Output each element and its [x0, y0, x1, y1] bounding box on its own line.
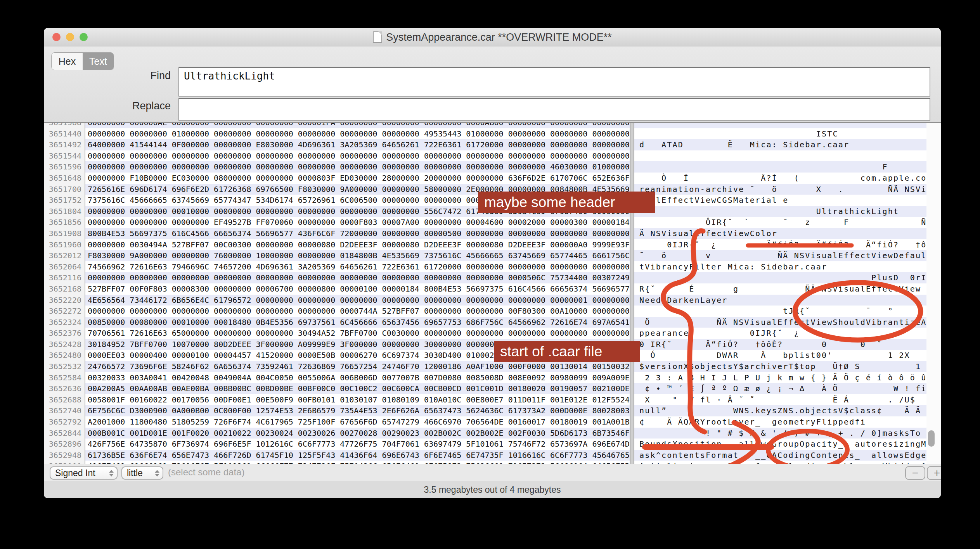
- text-row[interactable]: F: [634, 161, 926, 173]
- address-cell[interactable]: 3651856: [44, 217, 85, 228]
- hex-row[interactable]: 527BFF07 00F0F803 00008300 00000000 0000…: [85, 283, 630, 295]
- text-row[interactable]: ! " # $ # & ' ( ) # + , + . / 0]masksTo: [634, 428, 926, 439]
- text-row[interactable]: NeedsDarkenLayer: [634, 295, 926, 306]
- text-row[interactable]: R{ˇ ¯ É g ÑÄ NSVisualEffectView: [634, 283, 926, 295]
- text-row[interactable]: ppearance 0IJR{ˇ ¿: [634, 328, 926, 339]
- hex-row[interactable]: 426F756E 64735870 6F736974 696F6E5F 1012…: [85, 439, 630, 450]
- address-cell[interactable]: 3651388: [44, 123, 85, 128]
- decrease-font-button[interactable]: −: [905, 466, 925, 480]
- text-row[interactable]: ¢ • ™ ´ Æ ∫ ª º Ω æ ø ¿ ¡ ¬ ∆ À Õ W ! fi: [634, 383, 926, 394]
- text-row[interactable]: BoundsXposition_ allowsGroupOpacity_ aut…: [634, 439, 926, 450]
- hex-row[interactable]: 00320033 003A0041 00420048 0049004A 004C…: [85, 372, 630, 383]
- hex-pane[interactable]: 00000000 000000AE 00000000 00000000 0000…: [85, 123, 630, 464]
- text-row[interactable]: 2 3 : A B H I J L P U j k m w { } Ä Ö ç …: [634, 372, 926, 383]
- text-row[interactable]: ISTC: [634, 128, 926, 140]
- scrollbar-track[interactable]: [926, 123, 941, 464]
- text-row[interactable]: Ö ÑÄ NSVisualEffectViewShouldVibrantizeA: [634, 317, 926, 328]
- hex-row[interactable]: 6E756C6C D3000900 0A000B00 0C000F00 1257…: [85, 405, 630, 416]
- address-cell[interactable]: 3652168: [44, 283, 85, 295]
- hex-row[interactable]: 00000000 F10B0000 EC030000 08000000 0000…: [85, 173, 630, 184]
- address-cell[interactable]: 3652376: [44, 328, 85, 339]
- text-row[interactable]: ÔIR{ˇ ` ¯ z F Ñ: [634, 217, 926, 228]
- address-cell[interactable]: 3652896: [44, 439, 85, 450]
- hex-row[interactable]: 70706561 72616E63 65000000 00000000 0000…: [85, 328, 630, 339]
- hex-row[interactable]: 00850000 00080000 00010000 00018480 0B4E…: [85, 317, 630, 328]
- address-cell[interactable]: 3652740: [44, 405, 85, 416]
- hex-row[interactable]: 00000000 0030494A 527BFF07 00C00300 0000…: [85, 239, 630, 250]
- text-row[interactable]: Antialiasing_ allowsGroupBlendingXsublay…: [634, 461, 926, 464]
- hex-row[interactable]: 000B001C 001D001E 001F0020 00210022 0023…: [85, 428, 630, 439]
- text-row[interactable]: Ä NSVisualEffectViewColor: [634, 228, 926, 239]
- endianness-popup[interactable]: little: [121, 466, 163, 480]
- text-row[interactable]: reanimation-archive ¯ ö X . ÑÄ NSVi: [634, 184, 926, 195]
- hex-row[interactable]: 00000000 00000000 01000000 00000000 0000…: [85, 128, 630, 140]
- text-pane[interactable]: ISTC d ATAD Ë Mica: Sidebar.caar F Ò Ï Ä…: [634, 123, 926, 464]
- hex-row[interactable]: 00000000 00000000 00000000 00000000 0000…: [85, 150, 630, 162]
- address-cell[interactable]: 3651648: [44, 173, 85, 184]
- text-row[interactable]: null” WNS.keysZNS.objectsV$class¢ Ä Ä: [634, 405, 926, 416]
- hex-row[interactable]: 00000000 00000000 00000000 EF49527B FF07…: [85, 217, 630, 228]
- hex-row[interactable]: 64000000 41544144 0F000000 00000000 E803…: [85, 139, 630, 150]
- address-cell[interactable]: 3652480: [44, 350, 85, 361]
- hex-row[interactable]: 800B4E53 56697375 616C4566 66656374 5669…: [85, 228, 630, 239]
- text-row[interactable]: Ò Ï Ä?Ì ( com.apple.co: [634, 173, 926, 184]
- hex-row[interactable]: 00000000 000000AE 00000000 00000000 0000…: [85, 123, 630, 128]
- tab-hex[interactable]: Hex: [52, 53, 83, 70]
- address-cell[interactable]: 3652844: [44, 428, 85, 439]
- text-row[interactable]: ¢ Ä ÄQÄRYrootLayer_ geometryFlippedfi: [634, 416, 926, 428]
- address-cell[interactable]: 3652064: [44, 261, 85, 273]
- address-cell[interactable]: 3651960: [44, 239, 85, 250]
- text-row[interactable]: $versionX$objectsY$archiverT$top Ü†Ø S 1: [634, 361, 926, 372]
- text-row[interactable]: 0 IR{ˇ Ä“fiÓ? †ôôÈ? 0 0 ˇ: [634, 339, 926, 350]
- hex-row[interactable]: 4E656564 73446172 6B656E4C 61796572 0000…: [85, 295, 630, 306]
- text-row[interactable]: 0IJR{ˇ ¿ Ä“fiÓ? Ä“fiÓ? Ä“fiÓ? †ôôÈ?: [634, 239, 926, 250]
- address-cell[interactable]: 3652688: [44, 394, 85, 406]
- address-cell[interactable]: 3652220: [44, 295, 85, 306]
- hex-row[interactable]: 24766572 73696F6E 58246F62 6A656374 7359…: [85, 361, 630, 372]
- text-row[interactable]: ask^contentsFormat_ __CACodingContents_ …: [634, 450, 926, 461]
- hex-row[interactable]: F8030000 9A000000 00000000 76000000 1000…: [85, 250, 630, 261]
- address-cell[interactable]: 3652584: [44, 372, 85, 383]
- address-cell[interactable]: 3652116: [44, 272, 85, 283]
- pane-divider[interactable]: [630, 123, 634, 464]
- address-cell[interactable]: 3652948: [44, 450, 85, 461]
- hex-row[interactable]: 00A200A5 00AA00AB 00AE00BA 00BB00BC 00BD…: [85, 383, 630, 394]
- address-cell[interactable]: 3651752: [44, 195, 85, 206]
- text-row[interactable]: [634, 150, 926, 162]
- text-row[interactable]: UltrathickLight: [634, 206, 926, 217]
- text-row[interactable]: sualEffectViewCGSMaterial e: [634, 195, 926, 206]
- text-row[interactable]: ¯ ö v ÑÄ NSVisualEffectViewDefaul: [634, 250, 926, 261]
- address-cell[interactable]: 3652636: [44, 383, 85, 394]
- address-cell[interactable]: 3651804: [44, 206, 85, 217]
- replace-input[interactable]: [178, 98, 930, 121]
- hex-row[interactable]: 00000000 00000000 00000000 00000000 0000…: [85, 272, 630, 283]
- hex-row[interactable]: 00000000 00000000 00000000 00000000 0000…: [85, 161, 630, 173]
- text-row[interactable]: tJR{ˇ ¯ °: [634, 306, 926, 317]
- scrollbar-thumb[interactable]: [928, 430, 935, 447]
- address-cell[interactable]: 3651596: [44, 161, 85, 173]
- text-row[interactable]: [634, 123, 926, 128]
- find-input[interactable]: UltrathickLight: [178, 67, 930, 97]
- address-cell[interactable]: 3652532: [44, 361, 85, 372]
- address-cell[interactable]: 3651700: [44, 184, 85, 195]
- hex-row[interactable]: 416E7469 616C6961 73696E67 5F101361 6C6C…: [85, 461, 630, 464]
- address-cell[interactable]: 3651544: [44, 150, 85, 162]
- address-cell[interactable]: 3652428: [44, 339, 85, 350]
- hex-row[interactable]: 00000000 00000000 00000000 00000000 0000…: [85, 306, 630, 317]
- text-row[interactable]: tVibrancyFilter Mica: Sidebar.caar: [634, 261, 926, 273]
- tab-text[interactable]: Text: [83, 53, 114, 70]
- address-cell[interactable]: 3651908: [44, 228, 85, 239]
- hex-row[interactable]: 74566962 72616E63 7946696C 74657200 4D69…: [85, 261, 630, 273]
- text-row[interactable]: Ó DWAR Â bplist00' 1 2X: [634, 350, 926, 361]
- increase-font-button[interactable]: +: [927, 466, 941, 480]
- address-cell[interactable]: 3651440: [44, 128, 85, 140]
- address-cell[interactable]: 3652012: [44, 250, 85, 261]
- text-row[interactable]: X " V fl · Â ˘ ˚ Ë Á . /U$: [634, 394, 926, 406]
- address-cell[interactable]: 3652324: [44, 317, 85, 328]
- data-type-popup[interactable]: Signed Int: [50, 466, 118, 480]
- text-row[interactable]: d ATAD Ë Mica: Sidebar.caar: [634, 139, 926, 150]
- address-cell[interactable]: 3653000: [44, 461, 85, 464]
- address-cell[interactable]: 3651492: [44, 139, 85, 150]
- hex-row[interactable]: 0058001F 00160022 00170056 00DF00E1 00E5…: [85, 394, 630, 406]
- text-row[interactable]: PlusD 0rI: [634, 272, 926, 283]
